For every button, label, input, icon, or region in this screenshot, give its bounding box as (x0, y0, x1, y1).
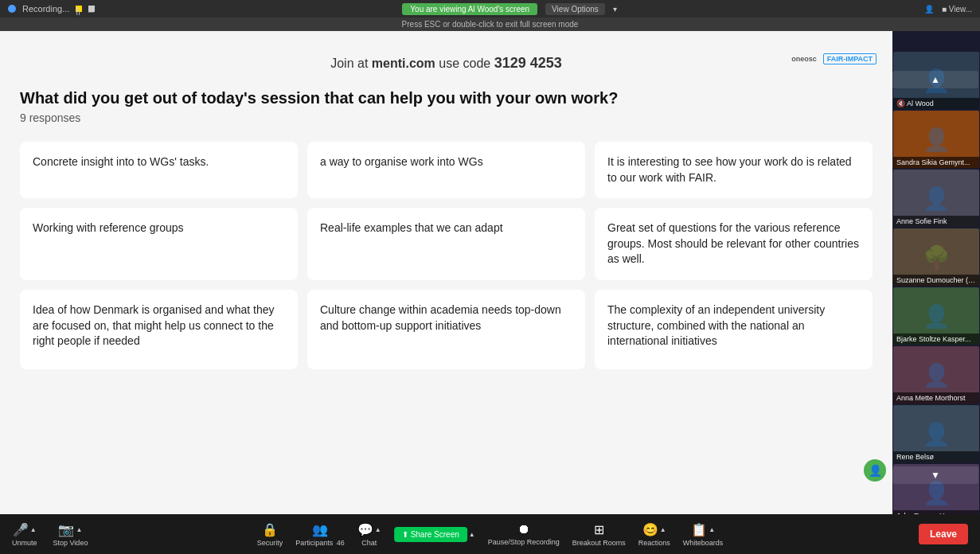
sidebar-nav-top[interactable]: ▲ (891, 71, 980, 88)
participants-sidebar: 👤 🔇 Al Wood 👤 Sandra Sikia Gemynt... 👤 A… (892, 49, 980, 528)
response-card-7: Idea of how Denmark is organised and wha… (20, 290, 298, 369)
participant-name-al-wood: 🔇 Al Wood (893, 98, 979, 109)
recording-indicator (8, 5, 16, 13)
stop-video-label: Stop Video (53, 539, 88, 547)
participant-name-rene: Rene Belsø (893, 451, 979, 462)
security-icon: 🔒 (262, 522, 278, 537)
reactions-label: Reactions (638, 539, 670, 547)
share-screen-control[interactable]: ⬆ Share Screen ▲ (394, 527, 475, 542)
top-bar-left: Recording... || □ (8, 4, 95, 14)
notification-panel: 👤 (864, 459, 886, 482)
main-question: What did you get out of today's session … (20, 88, 873, 108)
participant-tile-anne[interactable]: 👤 Anne Sofie Fink (893, 170, 979, 227)
logos: oneosc FAIR-IMPACT (791, 53, 877, 64)
whiteboards-label: Whiteboards (683, 539, 724, 547)
response-card-2: a way to organise work into WGs (307, 142, 585, 198)
view-label: ■ View... (942, 5, 972, 14)
stop-video-control[interactable]: 📷 ▲ Stop Video (53, 522, 88, 547)
toolbar: 🎤 ▲ Unmute 📷 ▲ Stop Video 🔒 Security 👥 P… (0, 514, 980, 554)
pause-control[interactable]: || (76, 6, 82, 12)
join-text: Join at (330, 57, 368, 70)
camera-icon: 📷 (58, 522, 74, 537)
reactions-control[interactable]: 😊 ▲ Reactions (638, 522, 670, 547)
toolbar-center: 🔒 Security 👥 Participants 46 💬 ▲ Chat ⬆ … (257, 522, 724, 547)
participants-control[interactable]: 👥 Participants 46 (295, 522, 345, 547)
participant-tile-suzanne[interactable]: 🌳 Suzanne Dumoucher (C... (893, 228, 979, 286)
main-area: Join at menti.com use code 3129 4253 one… (0, 31, 980, 528)
response-card-8: Culture change within academia needs top… (307, 290, 585, 369)
breakout-control[interactable]: ⊞ Breakout Rooms (572, 522, 626, 547)
top-bar: Recording... || □ You are viewing Al Woo… (0, 0, 980, 18)
share-screen-icon: ⬆ (402, 530, 408, 539)
participants-icon: 👥 (312, 522, 328, 537)
view-options-caret[interactable]: ▾ (613, 5, 617, 14)
participant-tile-sandra[interactable]: 👤 Sandra Sikia Gemynt... (893, 111, 979, 168)
join-codepre: use code (439, 57, 490, 70)
record-label: Pause/Stop Recording (488, 538, 560, 546)
response-grid: Concrete insight into to WGs' tasks. a w… (20, 142, 873, 369)
toolbar-left: 🎤 ▲ Unmute 📷 ▲ Stop Video (12, 522, 88, 547)
record-icon: ⏺ (517, 522, 530, 536)
join-code: 3129 4253 (494, 55, 562, 71)
participant-name-bjarke: Bjarke Stoltze Kasper... (893, 334, 979, 345)
cam-caret[interactable]: ▲ (76, 526, 82, 533)
mic-caret[interactable]: ▲ (30, 526, 37, 533)
breakout-icon: ⊞ (594, 522, 604, 537)
top-bar-right: 👤 ■ View... (924, 5, 972, 14)
chat-label: Chat (361, 539, 377, 547)
scroll-up-button[interactable]: ▲ (892, 71, 978, 88)
join-bar: Join at menti.com use code 3129 4253 (20, 55, 873, 72)
microphone-icon: 🎤 (13, 522, 29, 537)
active-user-indicator: 👤 (864, 459, 886, 482)
toolbar-right: Leave (919, 524, 968, 544)
response-card-1: Concrete insight into to WGs' tasks. (20, 142, 298, 198)
participant-name-anna-mette: Anna Mette Morthorst (893, 392, 979, 404)
unmute-control[interactable]: 🎤 ▲ Unmute (12, 522, 37, 547)
sidebar-nav-bottom[interactable]: ▼ (891, 466, 980, 484)
participant-name-suzanne: Suzanne Dumoucher (C... (893, 275, 979, 286)
participant-tile-anna-mette[interactable]: 👤 Anna Mette Morthorst (893, 346, 979, 404)
eosc-logo: oneosc (791, 55, 817, 63)
chat-control[interactable]: 💬 ▲ Chat (357, 522, 381, 547)
participant-tile-rene[interactable]: 👤 Rene Belsø (893, 405, 979, 462)
user-icon: 👤 (924, 5, 934, 14)
participant-tile-bjarke[interactable]: 👤 Bjarke Stoltze Kasper... (893, 287, 979, 345)
participants-label: Participants 46 (295, 539, 345, 547)
participant-name-sandra: Sandra Sikia Gemynt... (893, 157, 979, 168)
share-screen-button[interactable]: ⬆ Share Screen (394, 527, 467, 542)
response-card-3: It is interesting to see how your work d… (595, 142, 873, 198)
leave-button[interactable]: Leave (919, 524, 968, 544)
response-card-5: Real-life examples that we can adapt (307, 208, 585, 280)
recording-label: Recording... (22, 4, 69, 14)
breakout-label: Breakout Rooms (572, 539, 626, 547)
whiteboards-control[interactable]: 📋 ▲ Whiteboards (683, 522, 724, 547)
presentation-area: Join at menti.com use code 3129 4253 one… (0, 31, 892, 528)
response-card-4: Working with reference groups (20, 208, 298, 280)
view-options-button[interactable]: View Options (545, 3, 605, 15)
response-card-6: Great set of questions for the various r… (595, 208, 873, 280)
participant-name-anne: Anne Sofie Fink (893, 216, 979, 227)
response-card-9: The complexity of an independent univers… (595, 290, 873, 369)
security-label: Security (257, 539, 283, 547)
response-count: 9 responses (20, 111, 873, 124)
chat-icon: 💬 (357, 522, 373, 537)
security-control[interactable]: 🔒 Security (257, 522, 283, 547)
reactions-icon: 😊 (642, 522, 658, 537)
stop-control[interactable]: □ (88, 6, 95, 12)
scroll-down-button[interactable]: ▼ (892, 466, 978, 484)
fair-logo: FAIR-IMPACT (823, 53, 877, 64)
whiteboards-icon: 📋 (691, 522, 707, 537)
join-url: menti.com (372, 57, 435, 70)
recording-control[interactable]: ⏺ Pause/Stop Recording (488, 522, 560, 546)
unmute-label: Unmute (12, 539, 37, 547)
viewing-badge: You are viewing Al Wood's screen (402, 3, 537, 15)
esc-hint-bar: Press ESC or double-click to exit full s… (0, 18, 980, 31)
